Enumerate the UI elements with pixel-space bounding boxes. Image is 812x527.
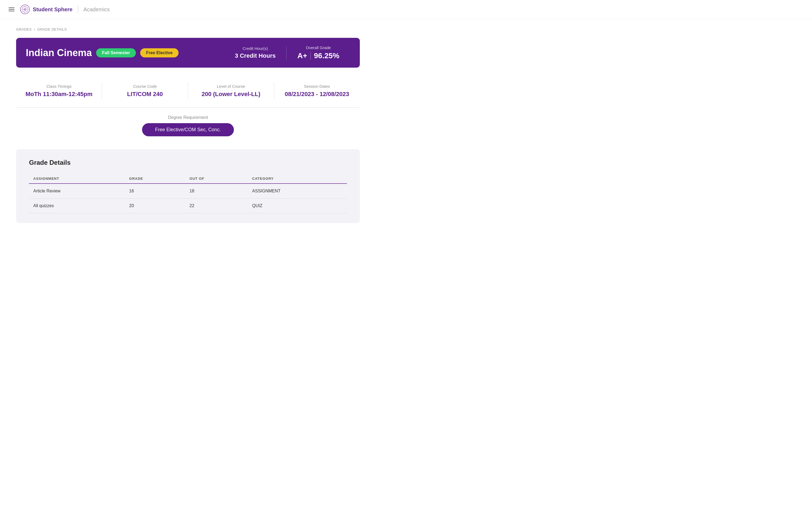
breadcrumb-parent[interactable]: GRADES: [16, 27, 32, 31]
degree-req-label: Degree Requirement: [16, 115, 360, 120]
overall-grade-value: A+ 96.25%: [297, 51, 339, 60]
main-content: GRADES › GRADE DETAILS Indian Cinema Fal…: [0, 19, 376, 231]
credit-hours-section: Credit Hour(s) 3 Credit Hours: [224, 46, 287, 59]
grade-value: 16: [125, 183, 185, 199]
col-out-of: OUT OF: [185, 174, 248, 183]
course-info-row: Class Timings MoTh 11:30am-12:45pm Cours…: [16, 77, 360, 104]
grade-details-container: Grade Details ASSIGNMENT GRADE OUT OF CA…: [16, 149, 360, 223]
out-of-value: 22: [185, 199, 248, 213]
grade-letter: A+: [297, 51, 307, 60]
course-code-label: Course Code: [102, 84, 188, 89]
breadcrumb-separator: ›: [34, 27, 35, 31]
table-row: Article Review1618ASSIGNMENT: [29, 183, 347, 199]
level-label: Level of Course: [188, 84, 274, 89]
breadcrumb: GRADES › GRADE DETAILS: [16, 27, 360, 31]
category-value: ASSIGNMENT: [248, 183, 347, 199]
session-dates-label: Session Dates: [274, 84, 360, 89]
col-assignment: ASSIGNMENT: [29, 174, 125, 183]
grade-table-body: Article Review1618ASSIGNMENTAll quizzes2…: [29, 183, 347, 213]
class-timings-label: Class Timings: [16, 84, 102, 89]
overall-grade-label: Overall Grade: [297, 45, 339, 50]
level-value: 200 (Lower Level-LL): [188, 91, 274, 98]
course-banner: Indian Cinema Fall Semester Free Electiv…: [16, 38, 360, 67]
out-of-value: 18: [185, 183, 248, 199]
class-timings-block: Class Timings MoTh 11:30am-12:45pm: [16, 84, 102, 98]
course-meta-right: Credit Hour(s) 3 Credit Hours Overall Gr…: [224, 45, 350, 60]
credit-hours-label: Credit Hour(s): [235, 46, 276, 51]
assignment-name: Article Review: [29, 183, 125, 199]
nav-section: Academics: [84, 6, 110, 13]
course-title: Indian Cinema: [26, 47, 92, 59]
session-dates-block: Session Dates 08/21/2023 - 12/08/2023: [274, 84, 360, 98]
grade-table-header-row: ASSIGNMENT GRADE OUT OF CATEGORY: [29, 174, 347, 183]
semester-badge: Fall Semester: [96, 48, 136, 57]
logo-area: Student Sphere: [20, 4, 73, 15]
breadcrumb-current: GRADE DETAILS: [37, 27, 67, 31]
degree-req-badge: Free Elective/COM Sec, Conc.: [142, 123, 234, 136]
assignment-name: All quizzes: [29, 199, 125, 213]
course-code-value: LIT/COM 240: [102, 91, 188, 98]
credit-hours-value: 3 Credit Hours: [235, 52, 276, 59]
course-code-block: Course Code LIT/COM 240: [102, 84, 188, 98]
elective-badge: Free Elective: [140, 48, 178, 57]
overall-grade-section: Overall Grade A+ 96.25%: [287, 45, 350, 60]
degree-requirement-section: Degree Requirement Free Elective/COM Sec…: [16, 115, 360, 136]
col-grade: GRADE: [125, 174, 185, 183]
grade-percent: 96.25%: [314, 51, 339, 60]
grade-value: 20: [125, 199, 185, 213]
class-timings-value: MoTh 11:30am-12:45pm: [16, 91, 102, 98]
category-value: QUIZ: [248, 199, 347, 213]
grade-table-header: ASSIGNMENT GRADE OUT OF CATEGORY: [29, 174, 347, 183]
course-title-section: Indian Cinema Fall Semester Free Electiv…: [26, 47, 224, 59]
brand-name: Student Sphere: [33, 6, 73, 13]
level-block: Level of Course 200 (Lower Level-LL): [188, 84, 274, 98]
logo-icon: [20, 4, 30, 15]
nav-divider: [78, 5, 78, 13]
col-category: CATEGORY: [248, 174, 347, 183]
grade-table: ASSIGNMENT GRADE OUT OF CATEGORY Article…: [29, 174, 347, 213]
grade-inner-divider: [310, 52, 311, 60]
navbar: Student Sphere Academics: [0, 0, 812, 19]
table-row: All quizzes2022QUIZ: [29, 199, 347, 213]
grade-details-title: Grade Details: [29, 159, 347, 166]
hamburger-menu[interactable]: [9, 7, 14, 11]
session-dates-value: 08/21/2023 - 12/08/2023: [274, 91, 360, 98]
section-divider: [16, 107, 360, 108]
